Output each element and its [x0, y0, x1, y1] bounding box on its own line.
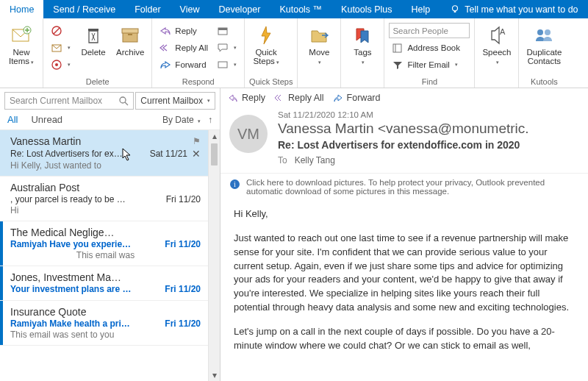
reply-label: Reply [175, 26, 196, 35]
svg-rect-16 [218, 28, 227, 30]
ribbon: New Items▾ ▾ ▾ Delete Archive Delete [0, 18, 588, 88]
reading-subject: Re: Lost Advertisers for extendoffice.co… [278, 139, 579, 151]
reading-reply-label: Reply [242, 93, 265, 103]
svg-rect-1 [454, 10, 456, 12]
ignore-button[interactable] [48, 23, 74, 38]
message-list-pane: Search Current Mailbox Current Mailbox▾ … [0, 88, 220, 381]
sort-by-date[interactable]: By Date ▾ [162, 115, 201, 125]
flag-icon[interactable]: ⚑ [193, 136, 201, 146]
download-pictures-infobar[interactable]: i Click here to download pictures. To he… [220, 174, 588, 203]
reply-all-icon [274, 93, 284, 102]
tab-kutools-plus[interactable]: Kutools Plus [331, 0, 401, 18]
forward-icon [333, 93, 343, 102]
group-label-move [302, 85, 336, 88]
reading-from: Vanessa Martin <vanessa@monumetric. [278, 121, 579, 137]
reading-reply-button[interactable]: Reply [228, 93, 265, 103]
list-item[interactable]: Jones, Investment Ma… Your investment pl… [0, 266, 208, 301]
address-book-label: Address Book [407, 43, 460, 52]
forward-label: Forward [175, 60, 206, 69]
tab-view[interactable]: View [171, 0, 209, 18]
archive-icon [120, 25, 140, 46]
archive-button[interactable]: Archive [113, 21, 147, 58]
filter-email-label: Filter Email [407, 60, 450, 69]
list-item[interactable]: Vanessa Martin ⚑ Re: Lost Advertisers fo… [0, 130, 208, 177]
search-mailbox-input[interactable]: Search Current Mailbox [4, 92, 134, 110]
search-placeholder: Search Current Mailbox [10, 96, 102, 106]
svg-point-21 [537, 29, 543, 35]
cleanup-button[interactable]: ▾ [48, 40, 74, 55]
svg-rect-17 [218, 62, 227, 68]
dismiss-icon[interactable]: ✕ [192, 148, 201, 160]
scroll-thumb[interactable] [211, 143, 218, 165]
svg-rect-13 [122, 29, 138, 33]
duplicate-contacts-icon [533, 25, 555, 46]
list-item[interactable]: Insurance Quote Ramiyah Make health a pr… [0, 301, 208, 346]
search-people-placeholder: Search People [392, 26, 448, 35]
reply-all-button[interactable]: Reply All [157, 40, 211, 55]
svg-line-24 [125, 102, 128, 105]
tab-help[interactable]: Help [402, 0, 440, 18]
body-greeting: Hi Kelly, [234, 207, 575, 221]
list-item[interactable]: The Medical Neglige… Ramiyah Have you ex… [0, 221, 208, 266]
meeting-button[interactable] [214, 23, 240, 38]
message-preview: This email was sent to you [10, 330, 201, 340]
speech-button[interactable]: A Speech▾ [479, 21, 514, 68]
reading-reply-all-button[interactable]: Reply All [274, 93, 324, 103]
junk-button[interactable]: ▾ [48, 57, 74, 72]
forward-button[interactable]: Forward [157, 57, 211, 72]
duplicate-contacts-label: Duplicate Contacts [526, 48, 562, 65]
tab-send-receive[interactable]: Send / Receive [43, 0, 125, 18]
quick-steps-button[interactable]: Quick Steps▾ [249, 21, 283, 68]
group-label-quicksteps: Quick Steps [249, 76, 293, 88]
scroll-down-icon[interactable]: ▾ [209, 369, 220, 381]
sort-label: By Date [162, 115, 194, 125]
move-icon [309, 25, 329, 46]
group-label-kutools: Kutools [523, 76, 564, 88]
tab-folder[interactable]: Folder [125, 0, 170, 18]
speech-icon: A [487, 25, 506, 46]
list-item[interactable]: Australian Post , your parcel is ready t… [0, 177, 208, 221]
move-button[interactable]: Move▾ [302, 21, 336, 68]
filter-unread[interactable]: Unread [31, 114, 62, 125]
new-items-button[interactable]: New Items▾ [4, 21, 38, 68]
filter-all[interactable]: All [7, 114, 18, 125]
tags-button[interactable]: Tags▾ [345, 21, 379, 68]
reading-to: Kelly Tang [295, 155, 335, 165]
address-book-button[interactable]: Address Book [389, 40, 470, 55]
message-sender: Vanessa Martin [10, 135, 193, 147]
body-paragraph: Let's jump on a call in the next couple … [234, 325, 575, 353]
message-sender: Jones, Investment Ma… [10, 271, 201, 283]
svg-rect-14 [128, 34, 132, 35]
tab-developer[interactable]: Developer [209, 0, 270, 18]
reading-forward-button[interactable]: Forward [333, 93, 381, 103]
list-scrollbar[interactable]: ▴ ▾ [208, 130, 220, 381]
reading-date: Sat 11/21/2020 12:10 AM [278, 110, 579, 119]
reading-pane: Reply Reply All Forward VM Sat 11/21/202… [220, 88, 588, 381]
message-list: Vanessa Martin ⚑ Re: Lost Advertisers fo… [0, 130, 208, 381]
quick-steps-icon [256, 24, 276, 46]
search-scope-dropdown[interactable]: Current Mailbox▾ [135, 92, 215, 110]
reply-icon [228, 93, 238, 102]
delete-button[interactable]: Delete [76, 21, 110, 58]
search-people-input[interactable]: Search People [389, 23, 470, 38]
avatar: VM [229, 115, 268, 153]
im-button[interactable]: ▾ [214, 40, 240, 55]
reading-reply-all-label: Reply All [288, 93, 324, 103]
reply-icon [159, 26, 171, 36]
archive-label: Archive [116, 48, 144, 57]
new-email-icon [10, 25, 32, 46]
body-paragraph: Just wanted to reach out one last time t… [234, 232, 575, 315]
filter-email-button[interactable]: Filter Email▾ [389, 57, 470, 72]
tab-home[interactable]: Home [0, 0, 43, 18]
to-label: To [278, 155, 287, 165]
message-preview: Hi Kelly, Just wanted to [10, 160, 201, 171]
reply-button[interactable]: Reply [157, 23, 211, 38]
tab-kutools[interactable]: Kutools ™ [270, 0, 331, 18]
sort-direction[interactable]: ↑ [208, 115, 212, 125]
reading-forward-label: Forward [347, 93, 381, 103]
more-respond-button[interactable]: ▾ [214, 57, 240, 72]
tell-me[interactable]: Tell me what you want to do [440, 0, 584, 18]
duplicate-contacts-button[interactable]: Duplicate Contacts [523, 21, 564, 67]
scroll-up-icon[interactable]: ▴ [209, 130, 220, 142]
message-subject: Ramiyah Have you experie… [10, 239, 162, 249]
